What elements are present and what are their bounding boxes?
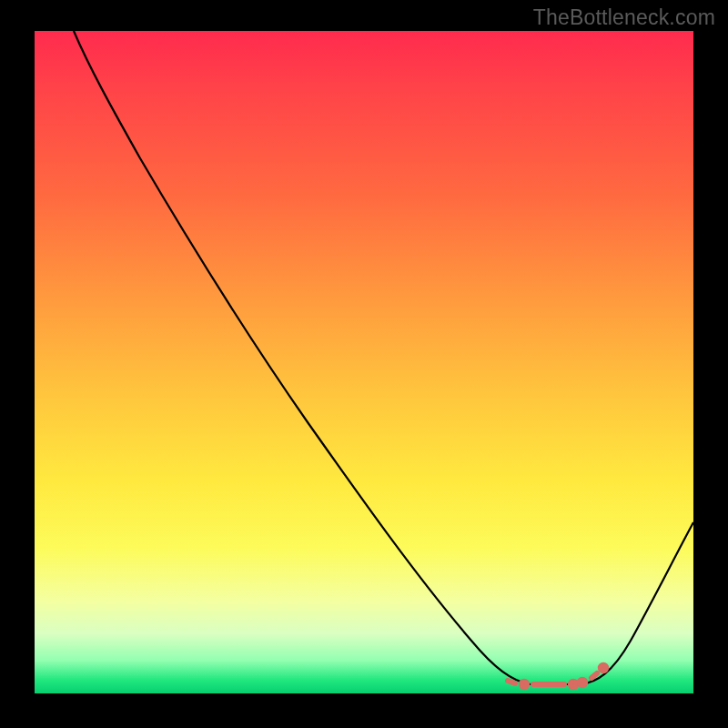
gradient-plot-area xyxy=(35,31,693,693)
curve-layer xyxy=(35,31,693,693)
flat-region-markers xyxy=(508,665,606,687)
svg-point-1 xyxy=(521,682,527,687)
bottleneck-curve xyxy=(74,31,693,684)
svg-line-5 xyxy=(592,673,597,678)
watermark-text: TheBottleneck.com xyxy=(533,5,715,30)
chart-frame: TheBottleneck.com xyxy=(0,0,728,728)
svg-point-6 xyxy=(601,665,606,671)
svg-point-3 xyxy=(571,682,576,687)
svg-line-0 xyxy=(508,681,515,683)
svg-point-4 xyxy=(580,680,585,685)
